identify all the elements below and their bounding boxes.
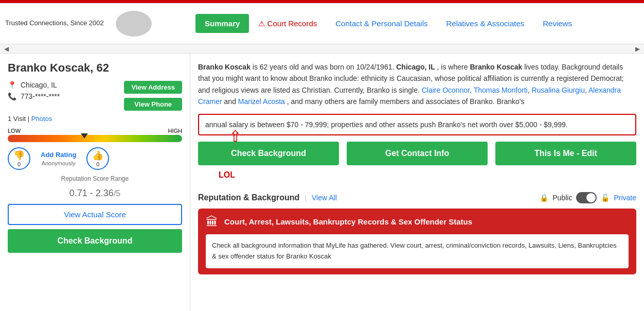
rep-score-dash: - — [87, 188, 96, 198]
phone-text: 773-****-**** — [21, 92, 60, 100]
add-rating-section: Add Rating Anonymously — [41, 150, 76, 167]
score-bar-labels: LOW HIGH — [8, 128, 182, 134]
view-actual-score-button[interactable]: View Actual Score — [8, 204, 182, 225]
summary-and: and — [224, 97, 238, 106]
rep-title: Reputation & Background — [198, 193, 299, 202]
summary-part7: , and many others are family members and… — [287, 97, 525, 106]
thumb-up-icon: 👍 — [92, 150, 103, 161]
location-icon: 📍 — [8, 81, 16, 89]
tab-contact-personal[interactable]: Contact & Personal Details — [326, 14, 437, 33]
city-bold: Chicago, IL — [396, 63, 435, 71]
check-background-button-main[interactable]: Check Background — [198, 142, 339, 165]
this-is-me-edit-button[interactable]: This Is Me - Edit — [495, 142, 636, 165]
person-name: Branko Koscak, 62 — [8, 61, 182, 75]
summary-part2: is 62 years old and was born on 10/24/19… — [253, 63, 396, 71]
rep-score-outof: /5 — [114, 189, 120, 198]
view-address-button[interactable]: View Address — [124, 81, 182, 94]
rep-score-low: 0.71 — [69, 188, 87, 198]
reputation-section: Reputation & Background | View All 🔒 Pub… — [198, 192, 636, 274]
highlight-text: annual salary is between $70 - 79,999; p… — [205, 120, 568, 129]
view-all-link[interactable]: View All — [312, 194, 337, 202]
tab-court-records[interactable]: Court Records — [249, 14, 326, 33]
court-card-body: Check all background information that My… — [206, 234, 629, 268]
photos-link[interactable]: Photos — [31, 115, 52, 123]
scroll-left-icon[interactable]: ◀ — [0, 45, 13, 53]
score-low-label: LOW — [8, 128, 21, 134]
public-label: Public — [552, 194, 572, 202]
court-building-icon: 🏛 — [206, 215, 218, 229]
person-actions: View Address View Phone — [124, 81, 182, 111]
summary-part4: , is where — [437, 63, 470, 71]
location-text: Chicago, IL — [21, 81, 57, 89]
score-bar-track — [8, 135, 182, 142]
visit-photos: 1 Visit | Photos — [8, 115, 182, 123]
scroll-bar: ◀ ▶ — [0, 44, 644, 54]
action-buttons-row: ⇧ Check Background Get Contact Info This… — [198, 142, 636, 165]
left-panel: Branko Koscak, 62 📍 Chicago, IL 📞 773-**… — [0, 54, 190, 311]
nav-tabs: Summary Court Records Contact & Personal… — [195, 14, 644, 33]
header: Trusted Connections, Since 2002 Summary … — [0, 3, 644, 44]
tab-reviews[interactable]: Reviews — [533, 14, 581, 33]
score-high-label: HIGH — [168, 128, 183, 134]
rep-header: Reputation & Background | View All 🔒 Pub… — [198, 192, 636, 203]
right-panel: Branko Koscak is 62 years old and was bo… — [190, 54, 644, 311]
highlight-box: annual salary is between $70 - 79,999; p… — [198, 114, 636, 135]
scroll-right-icon[interactable]: ▶ — [631, 45, 644, 53]
rating-row: 👎 0 Add Rating Anonymously 👍 0 — [8, 147, 182, 170]
red-arrow-icon: ⇧ — [229, 127, 242, 145]
court-card-header: 🏛 Court, Arrest, Lawsuits, Bankruptcy Re… — [206, 215, 629, 229]
thumb-down-icon: 👎 — [13, 150, 25, 161]
logo-avatar — [116, 11, 152, 37]
main-layout: Branko Koscak, 62 📍 Chicago, IL 📞 773-**… — [0, 54, 644, 311]
score-bar-container: LOW HIGH — [8, 128, 182, 142]
associate-link-3[interactable]: Rusalina Giurgiu — [531, 86, 585, 94]
court-card: 🏛 Court, Arrest, Lawsuits, Bankruptcy Re… — [198, 209, 636, 274]
logo-area: Trusted Connections, Since 2002 — [5, 11, 195, 37]
thumb-up-count: 0 — [96, 161, 99, 167]
court-card-body-text: Check all background information that My… — [212, 241, 617, 260]
visit-count: 1 Visit — [8, 115, 26, 123]
tab-relatives[interactable]: Relatives & Associates — [437, 14, 534, 33]
person-name-bold: Branko Koscak — [198, 63, 251, 71]
associate-link-2[interactable]: Thomas Monforti — [474, 86, 528, 94]
anonymously-label: Anonymously — [42, 160, 76, 166]
toggle-switch[interactable] — [576, 192, 597, 203]
lock-closed-icon: 🔒 — [540, 194, 548, 202]
associate-link-5[interactable]: Marizel Acosta — [238, 97, 285, 106]
thumb-down-count: 0 — [17, 161, 21, 167]
court-card-title: Court, Arrest, Lawsuits, Bankruptcy Reco… — [224, 217, 472, 226]
score-bar-marker — [81, 133, 88, 139]
get-contact-info-button[interactable]: Get Contact Info — [347, 142, 488, 165]
private-label: Private — [614, 194, 636, 202]
thumb-down-circle: 👎 0 — [8, 147, 30, 170]
tab-summary[interactable]: Summary — [195, 14, 249, 33]
person-name-bold2: Branko Koscak — [470, 63, 522, 71]
location-detail: 📍 Chicago, IL — [8, 81, 60, 89]
associate-link-1[interactable]: Claire Oconnor — [422, 86, 470, 94]
phone-detail: 📞 773-****-**** — [8, 92, 60, 100]
add-rating-link[interactable]: Add Rating — [41, 151, 76, 159]
check-background-button-left[interactable]: Check Background — [8, 229, 182, 253]
view-phone-button[interactable]: View Phone — [124, 98, 182, 111]
phone-icon: 📞 — [8, 92, 16, 100]
logo-text: Trusted Connections, Since 2002 — [5, 19, 104, 27]
rep-score-value: 0.71 - 2.36/5 — [8, 183, 182, 200]
summary-paragraph: Branko Koscak is 62 years old and was bo… — [198, 61, 636, 108]
lol-text: LOL — [219, 170, 235, 180]
lock-open-icon: 🔓 — [601, 194, 610, 202]
rep-score-label: Reputation Score Range — [8, 175, 182, 182]
privacy-toggle: 🔒 Public 🔓 Private — [540, 192, 636, 203]
thumb-up-circle: 👍 0 — [86, 147, 109, 170]
toggle-knob — [586, 193, 596, 202]
rep-score-high: 2.36 — [96, 188, 114, 198]
